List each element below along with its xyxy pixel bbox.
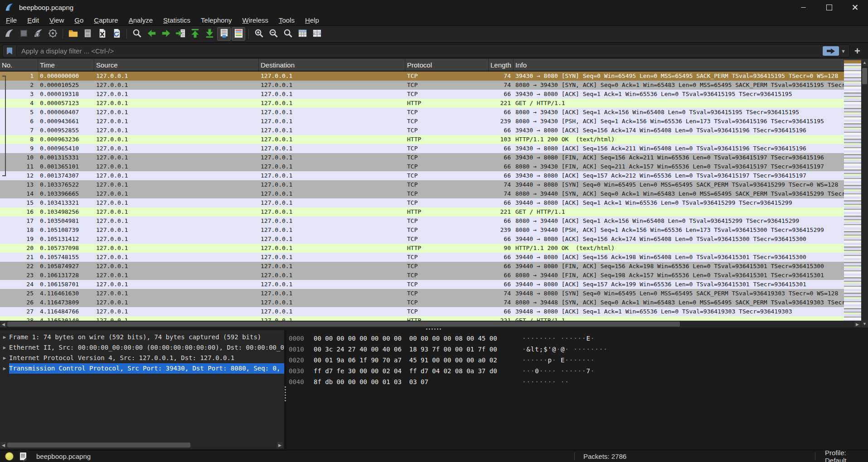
column-header-no[interactable]: No.: [0, 59, 38, 71]
horizontal-scrollbar-thumb[interactable]: [7, 322, 680, 327]
auto-scroll-button[interactable]: [217, 27, 231, 41]
detail-line-0[interactable]: ▶Frame 1: 74 bytes on wire (592 bits), 7…: [0, 332, 284, 342]
hex-row-0010[interactable]: 001000 3c 24 27 40 00 40 06 18 93 7f 00 …: [286, 344, 868, 355]
details-scroll-left-icon[interactable]: ◀: [0, 442, 6, 448]
menu-tools[interactable]: Tools: [274, 15, 299, 25]
packet-row-23[interactable]: 230.106131728127.0.0.1127.0.0.1TCP668080…: [0, 271, 868, 280]
zoom-normal-button[interactable]: [281, 27, 295, 41]
scroll-up-icon[interactable]: ▲: [861, 59, 868, 66]
detail-line-1[interactable]: ▶Ethernet II, Src: 00:00:00_00:00:00 (00…: [0, 342, 284, 353]
menu-edit[interactable]: Edit: [23, 15, 44, 25]
filter-dropdown-caret[interactable]: ▼: [841, 48, 846, 54]
packet-row-21[interactable]: 210.105748155127.0.0.1127.0.0.1TCP663944…: [0, 253, 868, 262]
minimize-button[interactable]: ─: [790, 0, 816, 14]
save-file-button[interactable]: [81, 27, 94, 41]
reset-layout-button[interactable]: [310, 27, 324, 41]
expand-arrow-icon[interactable]: ▶: [0, 342, 9, 353]
packet-row-1[interactable]: 10.000000000127.0.0.1127.0.0.1TCP7439430…: [0, 72, 868, 81]
previous-packet-button[interactable]: [145, 27, 158, 41]
packet-row-4[interactable]: 40.000057123127.0.0.1127.0.0.1HTTP221GET…: [0, 99, 868, 108]
intelligent-scrollbar-minimap[interactable]: [844, 60, 861, 321]
last-packet-button[interactable]: [203, 27, 216, 41]
resize-columns-button[interactable]: [296, 27, 309, 41]
start-capture-button[interactable]: [2, 27, 16, 41]
capture-options-button[interactable]: [46, 27, 59, 41]
packet-row-26[interactable]: 264.116473809127.0.0.1127.0.0.1TCP748080…: [0, 298, 868, 307]
find-packet-button[interactable]: [130, 27, 144, 41]
details-scrollbar-thumb[interactable]: [7, 443, 190, 448]
packet-row-16[interactable]: 160.103498256127.0.0.1127.0.0.1HTTP221GE…: [0, 207, 868, 217]
packet-row-27[interactable]: 274.116484766127.0.0.1127.0.0.1TCP663944…: [0, 307, 868, 316]
packet-row-11[interactable]: 110.001365101127.0.0.1127.0.0.1TCP668080…: [0, 162, 868, 171]
packet-row-14[interactable]: 140.103396665127.0.0.1127.0.0.1TCP748080…: [0, 189, 868, 198]
packet-row-28[interactable]: 284.116530140127.0.0.1127.0.0.1HTTP221GE…: [0, 316, 868, 321]
packet-row-15[interactable]: 150.103413321127.0.0.1127.0.0.1TCP663944…: [0, 198, 868, 207]
packet-list-vertical-scrollbar[interactable]: ▲ ▼: [861, 59, 868, 327]
packet-row-5[interactable]: 50.000060407127.0.0.1127.0.0.1TCP668080 …: [0, 108, 868, 117]
packet-row-24[interactable]: 240.106158701127.0.0.1127.0.0.1TCP663944…: [0, 280, 868, 289]
packet-row-20[interactable]: 200.105737098127.0.0.1127.0.0.1HTTP90HTT…: [0, 244, 868, 253]
details-scroll-right-icon[interactable]: ▶: [277, 442, 283, 448]
scroll-down-icon[interactable]: ▼: [861, 320, 868, 327]
packet-row-9[interactable]: 90.000965410127.0.0.1127.0.0.1TCP6639430…: [0, 144, 868, 153]
scroll-right-icon[interactable]: ▶: [854, 321, 860, 327]
packet-row-2[interactable]: 20.000010525127.0.0.1127.0.0.1TCP748080 …: [0, 81, 868, 90]
detail-line-2[interactable]: ▶Internet Protocol Version 4, Src: 127.0…: [0, 353, 284, 363]
colorize-button[interactable]: [232, 27, 245, 41]
status-profile[interactable]: Profile: Default: [825, 449, 868, 462]
apply-filter-button[interactable]: [823, 46, 839, 56]
hex-row-0020[interactable]: 002000 01 9a 06 1f 90 70 a7 45 91 00 00 …: [286, 355, 868, 366]
capture-comment-icon[interactable]: [20, 452, 26, 460]
menu-view[interactable]: View: [45, 15, 68, 25]
column-header-length[interactable]: Length: [489, 59, 514, 71]
maximize-button[interactable]: [816, 0, 842, 14]
zoom-out-button[interactable]: [267, 27, 280, 41]
packet-row-13[interactable]: 130.103376522127.0.0.1127.0.0.1TCP743944…: [0, 180, 868, 189]
menu-file[interactable]: File: [1, 15, 21, 25]
packet-row-12[interactable]: 120.001374307127.0.0.1127.0.0.1TCP663943…: [0, 171, 868, 180]
close-file-button[interactable]: [95, 27, 109, 41]
detail-line-3[interactable]: ▶Transmission Control Protocol, Src Port…: [0, 363, 284, 374]
menu-help[interactable]: Help: [301, 15, 324, 25]
column-header-info[interactable]: Info: [514, 59, 868, 71]
packet-row-6[interactable]: 60.000943661127.0.0.1127.0.0.1TCP2398080…: [0, 117, 868, 126]
packet-row-18[interactable]: 180.105108739127.0.0.1127.0.0.1TCP239808…: [0, 226, 868, 235]
menu-go[interactable]: Go: [70, 15, 88, 25]
expand-arrow-icon[interactable]: ▶: [0, 332, 9, 342]
packet-list-horizontal-scrollbar[interactable]: ◀ ▶: [0, 321, 861, 327]
display-filter-input[interactable]: [17, 47, 823, 55]
close-button[interactable]: ✕: [842, 0, 868, 14]
packet-row-3[interactable]: 30.000019318127.0.0.1127.0.0.1TCP6639430…: [0, 90, 868, 99]
hex-row-0030[interactable]: 0030ff d7 fe 30 00 00 02 04 ff d7 04 02 …: [286, 366, 868, 376]
first-packet-button[interactable]: [188, 27, 202, 41]
menu-statistics[interactable]: Statistics: [159, 15, 195, 25]
next-packet-button[interactable]: [159, 27, 173, 41]
packet-row-10[interactable]: 100.001315331127.0.0.1127.0.0.1TCP663943…: [0, 153, 868, 162]
vertical-scrollbar-thumb[interactable]: [862, 68, 867, 84]
reload-file-button[interactable]: [110, 27, 123, 41]
hex-row-0040[interactable]: 00408f db 00 00 00 00 01 03 03 07·······…: [286, 376, 868, 387]
column-header-protocol[interactable]: Protocol: [405, 59, 489, 71]
menu-telephony[interactable]: Telephony: [196, 15, 236, 25]
hex-row-0000[interactable]: 000000 00 00 00 00 00 00 00 00 00 00 00 …: [286, 333, 868, 344]
menu-capture[interactable]: Capture: [89, 15, 122, 25]
expert-info-icon[interactable]: [5, 452, 14, 461]
details-horizontal-scrollbar[interactable]: ◀ ▶: [0, 442, 284, 449]
packet-row-25[interactable]: 254.116461630127.0.0.1127.0.0.1TCP743944…: [0, 289, 868, 298]
packet-row-17[interactable]: 170.103504981127.0.0.1127.0.0.1TCP668080…: [0, 217, 868, 226]
packet-row-7[interactable]: 70.000952855127.0.0.1127.0.0.1TCP6639430…: [0, 126, 868, 135]
menu-analyze[interactable]: Analyze: [124, 15, 157, 25]
column-header-source[interactable]: Source: [94, 59, 259, 71]
packet-row-19[interactable]: 190.105131412127.0.0.1127.0.0.1TCP663944…: [0, 235, 868, 244]
filter-bookmark-button[interactable]: [3, 45, 17, 57]
column-header-destination[interactable]: Destination: [259, 59, 405, 71]
column-header-time[interactable]: Time: [38, 59, 94, 71]
zoom-in-button[interactable]: [252, 27, 266, 41]
packet-row-22[interactable]: 220.105874927127.0.0.1127.0.0.1TCP663944…: [0, 262, 868, 271]
stop-capture-button[interactable]: [17, 27, 30, 41]
add-filter-button[interactable]: +: [854, 46, 860, 56]
open-file-button[interactable]: [66, 27, 80, 41]
packet-row-8[interactable]: 80.000963236127.0.0.1127.0.0.1HTTP103HTT…: [0, 135, 868, 144]
expand-arrow-icon[interactable]: ▶: [0, 363, 9, 374]
go-to-packet-button[interactable]: [174, 27, 187, 41]
